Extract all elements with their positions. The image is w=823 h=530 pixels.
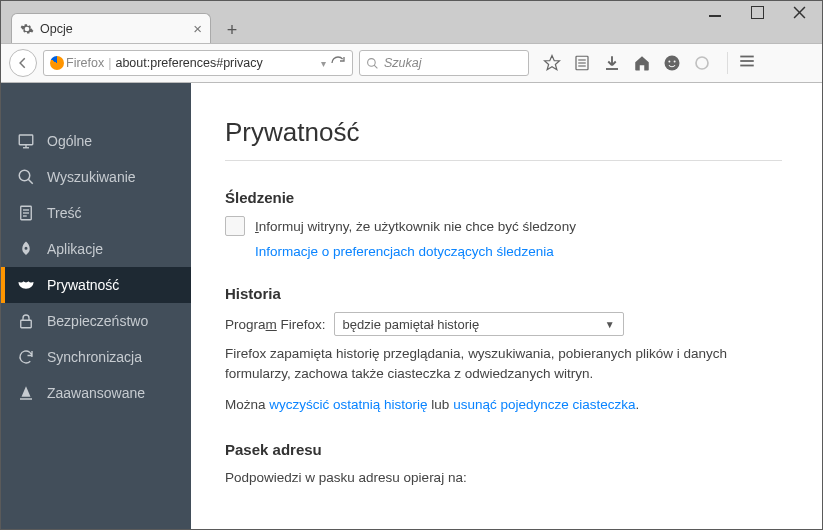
sidebar-item-label: Wyszukiwanie <box>47 169 136 185</box>
content-area: Ogólne Wyszukiwanie Treść Aplikacje Pryw… <box>1 83 822 529</box>
hamburger-menu-button[interactable] <box>727 52 756 74</box>
identity-label: Firefox <box>66 56 104 70</box>
sidebar-item-privacy[interactable]: Prywatność <box>1 267 191 303</box>
tracking-checkbox-row[interactable]: Informuj witryny, że użytkownik nie chce… <box>225 216 782 236</box>
svg-rect-26 <box>21 320 32 328</box>
toolbar-icons <box>543 54 711 72</box>
identity-box[interactable]: Firefox <box>50 56 104 70</box>
chevron-down-icon: ▼ <box>605 319 615 330</box>
tracking-section: Śledzenie Informuj witryny, że użytkowni… <box>225 189 782 259</box>
document-icon <box>17 204 35 222</box>
sidebar-item-label: Bezpieczeństwo <box>47 313 148 329</box>
sidebar-item-advanced[interactable]: Zaawansowane <box>1 375 191 411</box>
tab-title: Opcje <box>40 22 187 36</box>
locationbar-description: Podpowiedzi w pasku adresu opieraj na: <box>225 468 782 488</box>
main-panel: Prywatność Śledzenie Informuj witryny, ż… <box>191 83 822 529</box>
firefox-logo-icon <box>50 56 64 70</box>
new-tab-button[interactable]: + <box>219 17 245 43</box>
svg-point-10 <box>665 56 680 71</box>
navigation-toolbar: Firefox | about:preferences#privacy ▾ Sz… <box>1 43 822 83</box>
reader-list-icon[interactable] <box>573 54 591 72</box>
search-placeholder: Szukaj <box>384 56 422 70</box>
history-section: Historia Program Firefox: będzie pamięta… <box>225 285 782 415</box>
history-mode-select[interactable]: będzie pamiętał historię ▼ <box>334 312 624 336</box>
sidebar-item-label: Synchronizacja <box>47 349 142 365</box>
maximize-button[interactable] <box>750 5 764 19</box>
sidebar-item-label: Treść <box>47 205 81 221</box>
sidebar-item-content[interactable]: Treść <box>1 195 191 231</box>
locationbar-heading: Pasek adresu <box>225 441 782 458</box>
bookmark-star-icon[interactable] <box>543 54 561 72</box>
history-mode-row: Program Firefox: będzie pamiętał histori… <box>225 312 782 336</box>
main-scroll-area[interactable]: Prywatność Śledzenie Informuj witryny, ż… <box>191 83 822 529</box>
url-bar[interactable]: Firefox | about:preferences#privacy ▾ <box>43 50 353 76</box>
svg-rect-17 <box>19 135 33 145</box>
search-icon <box>366 57 379 70</box>
wizard-hat-icon <box>17 384 35 402</box>
sidebar-item-label: Prywatność <box>47 277 119 293</box>
browser-tab-options[interactable]: Opcje × <box>11 13 211 43</box>
tracking-checkbox-label: Informuj witryny, że użytkownik nie chce… <box>255 219 576 234</box>
history-description: Firefox zapamięta historię przeglądania,… <box>225 344 782 385</box>
back-button[interactable] <box>9 49 37 77</box>
gear-icon <box>20 22 34 36</box>
history-mode-label: Program Firefox: <box>225 317 326 332</box>
mask-icon <box>17 276 35 294</box>
tab-strip: Opcje × + <box>11 11 245 43</box>
close-tab-icon[interactable]: × <box>193 21 202 36</box>
sidebar-item-label: Ogólne <box>47 133 92 149</box>
lock-icon <box>17 312 35 330</box>
url-dropdown-icon[interactable]: ▾ <box>321 58 326 69</box>
svg-point-20 <box>19 170 30 181</box>
tracking-link-row: Informacje o preferencjach dotyczących ś… <box>255 244 782 259</box>
smiley-icon[interactable] <box>663 54 681 72</box>
preferences-sidebar: Ogólne Wyszukiwanie Treść Aplikacje Pryw… <box>1 83 191 529</box>
history-mode-value: będzie pamiętał historię <box>343 317 480 332</box>
svg-line-3 <box>374 65 377 68</box>
svg-point-13 <box>696 57 708 69</box>
sidebar-item-applications[interactable]: Aplikacje <box>1 231 191 267</box>
locationbar-section: Pasek adresu Podpowiedzi w pasku adresu … <box>225 441 782 488</box>
minimize-button[interactable] <box>708 5 722 19</box>
search-bar[interactable]: Szukaj <box>359 50 529 76</box>
close-window-button[interactable] <box>792 5 806 19</box>
history-heading: Historia <box>225 285 782 302</box>
tracking-info-link[interactable]: Informacje o preferencjach dotyczących ś… <box>255 244 554 259</box>
svg-point-2 <box>368 58 376 66</box>
rocket-icon <box>17 240 35 258</box>
loop-icon[interactable] <box>693 54 711 72</box>
sync-icon <box>17 348 35 366</box>
sidebar-item-label: Zaawansowane <box>47 385 145 401</box>
remove-cookies-link[interactable]: usunąć pojedyncze ciasteczka <box>453 397 635 412</box>
page-title: Prywatność <box>225 117 782 161</box>
home-icon[interactable] <box>633 54 651 72</box>
sidebar-item-label: Aplikacje <box>47 241 103 257</box>
svg-marker-4 <box>545 56 560 70</box>
search-icon <box>17 168 35 186</box>
sidebar-item-sync[interactable]: Synchronizacja <box>1 339 191 375</box>
svg-line-21 <box>28 179 33 184</box>
url-text: about:preferences#privacy <box>115 56 317 70</box>
url-separator: | <box>108 56 111 70</box>
sidebar-item-general[interactable]: Ogólne <box>1 123 191 159</box>
window-titlebar: Opcje × + <box>1 1 822 43</box>
svg-point-11 <box>668 61 670 63</box>
window-controls <box>708 5 806 19</box>
svg-point-12 <box>674 61 676 63</box>
monitor-icon <box>17 132 35 150</box>
history-links-row: Można wyczyścić ostatnią historię lub us… <box>225 395 782 415</box>
tracking-heading: Śledzenie <box>225 189 782 206</box>
clear-history-link[interactable]: wyczyścić ostatnią historię <box>269 397 427 412</box>
downloads-icon[interactable] <box>603 54 621 72</box>
reload-button[interactable] <box>330 55 346 71</box>
sidebar-item-search[interactable]: Wyszukiwanie <box>1 159 191 195</box>
sidebar-item-security[interactable]: Bezpieczeństwo <box>1 303 191 339</box>
tracking-checkbox[interactable] <box>225 216 245 236</box>
